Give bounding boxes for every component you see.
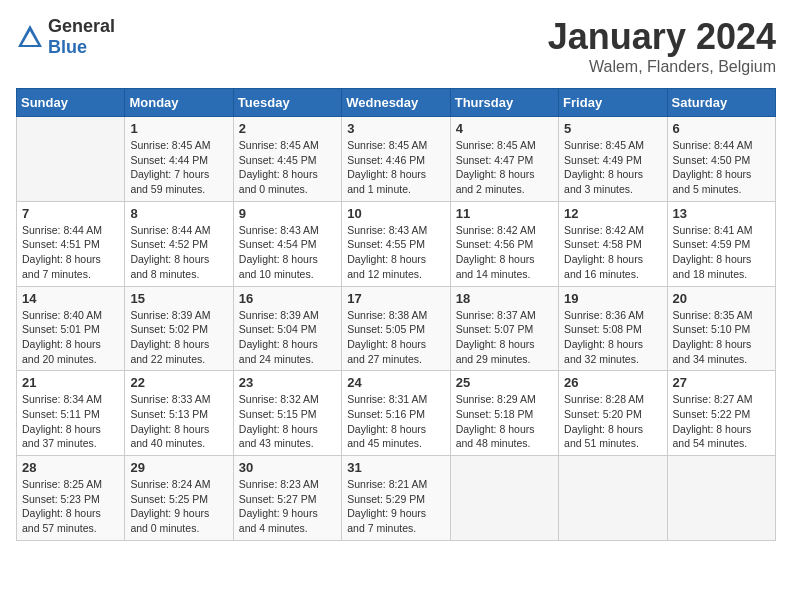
day-number: 6 xyxy=(673,121,770,136)
day-number: 2 xyxy=(239,121,336,136)
calendar: SundayMondayTuesdayWednesdayThursdayFrid… xyxy=(16,88,776,541)
calendar-cell: 24Sunrise: 8:31 AMSunset: 5:16 PMDayligh… xyxy=(342,371,450,456)
day-info: Sunrise: 8:32 AMSunset: 5:15 PMDaylight:… xyxy=(239,392,336,451)
day-info: Sunrise: 8:24 AMSunset: 5:25 PMDaylight:… xyxy=(130,477,227,536)
day-info: Sunrise: 8:23 AMSunset: 5:27 PMDaylight:… xyxy=(239,477,336,536)
day-info: Sunrise: 8:45 AMSunset: 4:44 PMDaylight:… xyxy=(130,138,227,197)
calendar-cell: 25Sunrise: 8:29 AMSunset: 5:18 PMDayligh… xyxy=(450,371,558,456)
day-number: 25 xyxy=(456,375,553,390)
calendar-cell: 27Sunrise: 8:27 AMSunset: 5:22 PMDayligh… xyxy=(667,371,775,456)
day-number: 11 xyxy=(456,206,553,221)
calendar-cell: 23Sunrise: 8:32 AMSunset: 5:15 PMDayligh… xyxy=(233,371,341,456)
logo-general: General xyxy=(48,16,115,36)
calendar-cell: 30Sunrise: 8:23 AMSunset: 5:27 PMDayligh… xyxy=(233,456,341,541)
day-number: 12 xyxy=(564,206,661,221)
calendar-cell: 9Sunrise: 8:43 AMSunset: 4:54 PMDaylight… xyxy=(233,201,341,286)
day-info: Sunrise: 8:31 AMSunset: 5:16 PMDaylight:… xyxy=(347,392,444,451)
day-info: Sunrise: 8:38 AMSunset: 5:05 PMDaylight:… xyxy=(347,308,444,367)
day-number: 5 xyxy=(564,121,661,136)
day-info: Sunrise: 8:43 AMSunset: 4:54 PMDaylight:… xyxy=(239,223,336,282)
day-info: Sunrise: 8:44 AMSunset: 4:50 PMDaylight:… xyxy=(673,138,770,197)
weekday-header-wednesday: Wednesday xyxy=(342,89,450,117)
day-number: 20 xyxy=(673,291,770,306)
calendar-cell: 12Sunrise: 8:42 AMSunset: 4:58 PMDayligh… xyxy=(559,201,667,286)
calendar-cell: 7Sunrise: 8:44 AMSunset: 4:51 PMDaylight… xyxy=(17,201,125,286)
day-number: 8 xyxy=(130,206,227,221)
calendar-cell: 3Sunrise: 8:45 AMSunset: 4:46 PMDaylight… xyxy=(342,117,450,202)
day-number: 13 xyxy=(673,206,770,221)
day-number: 15 xyxy=(130,291,227,306)
day-info: Sunrise: 8:40 AMSunset: 5:01 PMDaylight:… xyxy=(22,308,119,367)
day-number: 29 xyxy=(130,460,227,475)
day-info: Sunrise: 8:42 AMSunset: 4:58 PMDaylight:… xyxy=(564,223,661,282)
day-number: 30 xyxy=(239,460,336,475)
calendar-cell xyxy=(559,456,667,541)
day-info: Sunrise: 8:35 AMSunset: 5:10 PMDaylight:… xyxy=(673,308,770,367)
day-info: Sunrise: 8:45 AMSunset: 4:46 PMDaylight:… xyxy=(347,138,444,197)
calendar-cell: 31Sunrise: 8:21 AMSunset: 5:29 PMDayligh… xyxy=(342,456,450,541)
calendar-cell: 28Sunrise: 8:25 AMSunset: 5:23 PMDayligh… xyxy=(17,456,125,541)
day-number: 27 xyxy=(673,375,770,390)
day-number: 3 xyxy=(347,121,444,136)
day-info: Sunrise: 8:21 AMSunset: 5:29 PMDaylight:… xyxy=(347,477,444,536)
weekday-header-monday: Monday xyxy=(125,89,233,117)
weekday-header-sunday: Sunday xyxy=(17,89,125,117)
calendar-cell: 17Sunrise: 8:38 AMSunset: 5:05 PMDayligh… xyxy=(342,286,450,371)
day-number: 24 xyxy=(347,375,444,390)
day-info: Sunrise: 8:45 AMSunset: 4:45 PMDaylight:… xyxy=(239,138,336,197)
calendar-cell: 4Sunrise: 8:45 AMSunset: 4:47 PMDaylight… xyxy=(450,117,558,202)
day-info: Sunrise: 8:36 AMSunset: 5:08 PMDaylight:… xyxy=(564,308,661,367)
day-number: 7 xyxy=(22,206,119,221)
calendar-cell: 8Sunrise: 8:44 AMSunset: 4:52 PMDaylight… xyxy=(125,201,233,286)
calendar-cell xyxy=(667,456,775,541)
calendar-cell: 5Sunrise: 8:45 AMSunset: 4:49 PMDaylight… xyxy=(559,117,667,202)
logo-icon xyxy=(16,23,44,51)
day-number: 21 xyxy=(22,375,119,390)
calendar-cell: 21Sunrise: 8:34 AMSunset: 5:11 PMDayligh… xyxy=(17,371,125,456)
calendar-cell xyxy=(450,456,558,541)
logo-text: General Blue xyxy=(48,16,115,58)
calendar-cell: 26Sunrise: 8:28 AMSunset: 5:20 PMDayligh… xyxy=(559,371,667,456)
day-info: Sunrise: 8:41 AMSunset: 4:59 PMDaylight:… xyxy=(673,223,770,282)
day-info: Sunrise: 8:33 AMSunset: 5:13 PMDaylight:… xyxy=(130,392,227,451)
calendar-cell xyxy=(17,117,125,202)
location-title: Walem, Flanders, Belgium xyxy=(548,58,776,76)
day-number: 4 xyxy=(456,121,553,136)
calendar-cell: 20Sunrise: 8:35 AMSunset: 5:10 PMDayligh… xyxy=(667,286,775,371)
calendar-cell: 14Sunrise: 8:40 AMSunset: 5:01 PMDayligh… xyxy=(17,286,125,371)
day-number: 19 xyxy=(564,291,661,306)
day-info: Sunrise: 8:42 AMSunset: 4:56 PMDaylight:… xyxy=(456,223,553,282)
day-info: Sunrise: 8:39 AMSunset: 5:04 PMDaylight:… xyxy=(239,308,336,367)
calendar-cell: 19Sunrise: 8:36 AMSunset: 5:08 PMDayligh… xyxy=(559,286,667,371)
day-number: 10 xyxy=(347,206,444,221)
day-info: Sunrise: 8:45 AMSunset: 4:49 PMDaylight:… xyxy=(564,138,661,197)
day-info: Sunrise: 8:34 AMSunset: 5:11 PMDaylight:… xyxy=(22,392,119,451)
day-number: 14 xyxy=(22,291,119,306)
month-title: January 2024 xyxy=(548,16,776,58)
day-number: 31 xyxy=(347,460,444,475)
weekday-header-tuesday: Tuesday xyxy=(233,89,341,117)
day-number: 22 xyxy=(130,375,227,390)
day-info: Sunrise: 8:27 AMSunset: 5:22 PMDaylight:… xyxy=(673,392,770,451)
day-info: Sunrise: 8:28 AMSunset: 5:20 PMDaylight:… xyxy=(564,392,661,451)
calendar-cell: 22Sunrise: 8:33 AMSunset: 5:13 PMDayligh… xyxy=(125,371,233,456)
calendar-cell: 6Sunrise: 8:44 AMSunset: 4:50 PMDaylight… xyxy=(667,117,775,202)
weekday-header-friday: Friday xyxy=(559,89,667,117)
day-number: 9 xyxy=(239,206,336,221)
day-info: Sunrise: 8:37 AMSunset: 5:07 PMDaylight:… xyxy=(456,308,553,367)
day-info: Sunrise: 8:44 AMSunset: 4:52 PMDaylight:… xyxy=(130,223,227,282)
day-number: 17 xyxy=(347,291,444,306)
day-number: 1 xyxy=(130,121,227,136)
calendar-cell: 1Sunrise: 8:45 AMSunset: 4:44 PMDaylight… xyxy=(125,117,233,202)
calendar-cell: 15Sunrise: 8:39 AMSunset: 5:02 PMDayligh… xyxy=(125,286,233,371)
logo: General Blue xyxy=(16,16,115,58)
day-number: 26 xyxy=(564,375,661,390)
logo-blue: Blue xyxy=(48,37,87,57)
weekday-header-thursday: Thursday xyxy=(450,89,558,117)
calendar-cell: 11Sunrise: 8:42 AMSunset: 4:56 PMDayligh… xyxy=(450,201,558,286)
day-info: Sunrise: 8:43 AMSunset: 4:55 PMDaylight:… xyxy=(347,223,444,282)
day-info: Sunrise: 8:39 AMSunset: 5:02 PMDaylight:… xyxy=(130,308,227,367)
header: General Blue January 2024 Walem, Flander… xyxy=(16,16,776,76)
title-area: January 2024 Walem, Flanders, Belgium xyxy=(548,16,776,76)
day-number: 28 xyxy=(22,460,119,475)
